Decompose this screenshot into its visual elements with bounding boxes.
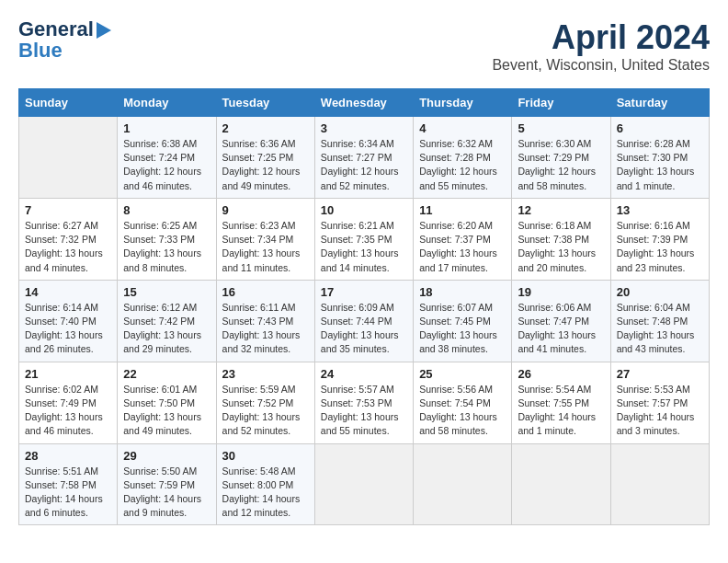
day-number: 26 (518, 367, 604, 381)
day-cell: 6Sunrise: 6:28 AMSunset: 7:30 PMDaylight… (610, 117, 709, 199)
day-info: Sunrise: 5:54 AMSunset: 7:55 PMDaylight:… (518, 383, 604, 439)
day-header-monday: Monday (118, 89, 216, 117)
day-number: 22 (123, 367, 210, 381)
day-cell: 26Sunrise: 5:54 AMSunset: 7:55 PMDayligh… (512, 362, 610, 443)
week-row-2: 7Sunrise: 6:27 AMSunset: 7:32 PMDaylight… (19, 198, 710, 280)
day-number: 6 (617, 121, 703, 135)
day-info: Sunrise: 6:07 AMSunset: 7:45 PMDaylight:… (419, 301, 506, 357)
day-number: 8 (123, 203, 210, 217)
day-cell (414, 443, 512, 525)
day-info: Sunrise: 6:36 AMSunset: 7:25 PMDaylight:… (222, 137, 309, 193)
day-number: 24 (321, 367, 407, 381)
day-number: 17 (321, 285, 407, 299)
day-number: 15 (123, 285, 210, 299)
logo-text: General (18, 18, 111, 40)
day-cell: 5Sunrise: 6:30 AMSunset: 7:29 PMDaylight… (512, 117, 610, 199)
day-cell: 18Sunrise: 6:07 AMSunset: 7:45 PMDayligh… (414, 280, 512, 362)
day-number: 11 (419, 203, 506, 217)
day-cell: 13Sunrise: 6:16 AMSunset: 7:39 PMDayligh… (610, 198, 709, 280)
day-info: Sunrise: 6:34 AMSunset: 7:27 PMDaylight:… (321, 137, 407, 193)
day-cell: 30Sunrise: 5:48 AMSunset: 8:00 PMDayligh… (216, 443, 314, 525)
day-cell: 7Sunrise: 6:27 AMSunset: 7:32 PMDaylight… (19, 198, 118, 280)
day-header-friday: Friday (512, 89, 610, 117)
day-cell: 23Sunrise: 5:59 AMSunset: 7:52 PMDayligh… (216, 362, 314, 443)
day-info: Sunrise: 6:16 AMSunset: 7:39 PMDaylight:… (617, 219, 703, 275)
day-info: Sunrise: 6:25 AMSunset: 7:33 PMDaylight:… (123, 219, 210, 275)
day-header-thursday: Thursday (414, 89, 512, 117)
day-cell: 1Sunrise: 6:38 AMSunset: 7:24 PMDaylight… (118, 117, 216, 199)
day-info: Sunrise: 5:48 AMSunset: 8:00 PMDaylight:… (222, 465, 309, 521)
day-cell: 4Sunrise: 6:32 AMSunset: 7:28 PMDaylight… (414, 117, 512, 199)
day-info: Sunrise: 6:01 AMSunset: 7:50 PMDaylight:… (123, 383, 210, 439)
day-info: Sunrise: 6:11 AMSunset: 7:43 PMDaylight:… (222, 301, 309, 357)
day-info: Sunrise: 6:32 AMSunset: 7:28 PMDaylight:… (419, 137, 506, 193)
week-row-4: 21Sunrise: 6:02 AMSunset: 7:49 PMDayligh… (19, 362, 710, 443)
day-info: Sunrise: 6:38 AMSunset: 7:24 PMDaylight:… (123, 137, 210, 193)
header-row: SundayMondayTuesdayWednesdayThursdayFrid… (19, 89, 710, 117)
day-cell: 25Sunrise: 5:56 AMSunset: 7:54 PMDayligh… (414, 362, 512, 443)
day-number: 2 (222, 121, 309, 135)
day-header-tuesday: Tuesday (216, 89, 314, 117)
logo-blue: Blue (18, 39, 111, 63)
day-header-wednesday: Wednesday (314, 89, 413, 117)
day-cell: 12Sunrise: 6:18 AMSunset: 7:38 PMDayligh… (512, 198, 610, 280)
day-info: Sunrise: 6:02 AMSunset: 7:49 PMDaylight:… (25, 383, 111, 439)
day-number: 10 (321, 203, 407, 217)
day-cell: 3Sunrise: 6:34 AMSunset: 7:27 PMDaylight… (314, 117, 413, 199)
day-cell: 20Sunrise: 6:04 AMSunset: 7:48 PMDayligh… (610, 280, 709, 362)
page-title: April 2024 (492, 18, 710, 57)
page-subtitle: Bevent, Wisconsin, United States (492, 57, 710, 74)
day-info: Sunrise: 6:18 AMSunset: 7:38 PMDaylight:… (518, 219, 604, 275)
day-info: Sunrise: 6:27 AMSunset: 7:32 PMDaylight:… (25, 219, 111, 275)
day-cell: 2Sunrise: 6:36 AMSunset: 7:25 PMDaylight… (216, 117, 314, 199)
day-info: Sunrise: 6:20 AMSunset: 7:37 PMDaylight:… (419, 219, 506, 275)
day-number: 14 (25, 285, 111, 299)
day-number: 21 (25, 367, 111, 381)
day-number: 16 (222, 285, 309, 299)
day-info: Sunrise: 5:59 AMSunset: 7:52 PMDaylight:… (222, 383, 309, 439)
day-number: 3 (321, 121, 407, 135)
day-header-sunday: Sunday (19, 89, 118, 117)
day-info: Sunrise: 5:53 AMSunset: 7:57 PMDaylight:… (617, 383, 703, 439)
day-cell: 16Sunrise: 6:11 AMSunset: 7:43 PMDayligh… (216, 280, 314, 362)
day-cell: 15Sunrise: 6:12 AMSunset: 7:42 PMDayligh… (118, 280, 216, 362)
day-cell: 17Sunrise: 6:09 AMSunset: 7:44 PMDayligh… (314, 280, 413, 362)
day-number: 13 (617, 203, 703, 217)
day-number: 28 (25, 449, 111, 463)
day-number: 29 (123, 449, 210, 463)
day-cell: 27Sunrise: 5:53 AMSunset: 7:57 PMDayligh… (610, 362, 709, 443)
day-header-saturday: Saturday (610, 89, 709, 117)
day-cell: 11Sunrise: 6:20 AMSunset: 7:37 PMDayligh… (414, 198, 512, 280)
day-info: Sunrise: 6:09 AMSunset: 7:44 PMDaylight:… (321, 301, 407, 357)
day-info: Sunrise: 6:14 AMSunset: 7:40 PMDaylight:… (25, 301, 111, 357)
day-cell: 14Sunrise: 6:14 AMSunset: 7:40 PMDayligh… (19, 280, 118, 362)
day-number: 12 (518, 203, 604, 217)
day-info: Sunrise: 6:21 AMSunset: 7:35 PMDaylight:… (321, 219, 407, 275)
day-info: Sunrise: 6:04 AMSunset: 7:48 PMDaylight:… (617, 301, 703, 357)
day-number: 27 (617, 367, 703, 381)
day-info: Sunrise: 6:28 AMSunset: 7:30 PMDaylight:… (617, 137, 703, 193)
day-cell (19, 117, 118, 199)
week-row-5: 28Sunrise: 5:51 AMSunset: 7:58 PMDayligh… (19, 443, 710, 525)
day-number: 23 (222, 367, 309, 381)
day-number: 1 (123, 121, 210, 135)
day-info: Sunrise: 5:50 AMSunset: 7:59 PMDaylight:… (123, 465, 210, 521)
day-cell (314, 443, 413, 525)
day-info: Sunrise: 6:06 AMSunset: 7:47 PMDaylight:… (518, 301, 604, 357)
day-info: Sunrise: 6:12 AMSunset: 7:42 PMDaylight:… (123, 301, 210, 357)
day-cell: 24Sunrise: 5:57 AMSunset: 7:53 PMDayligh… (314, 362, 413, 443)
day-number: 4 (419, 121, 506, 135)
day-info: Sunrise: 5:56 AMSunset: 7:54 PMDaylight:… (419, 383, 506, 439)
day-number: 7 (25, 203, 111, 217)
day-cell (512, 443, 610, 525)
day-cell: 8Sunrise: 6:25 AMSunset: 7:33 PMDaylight… (118, 198, 216, 280)
day-number: 9 (222, 203, 309, 217)
day-number: 20 (617, 285, 703, 299)
week-row-3: 14Sunrise: 6:14 AMSunset: 7:40 PMDayligh… (19, 280, 710, 362)
day-cell: 22Sunrise: 6:01 AMSunset: 7:50 PMDayligh… (118, 362, 216, 443)
day-number: 5 (518, 121, 604, 135)
day-info: Sunrise: 5:51 AMSunset: 7:58 PMDaylight:… (25, 465, 111, 521)
day-number: 18 (419, 285, 506, 299)
day-cell: 28Sunrise: 5:51 AMSunset: 7:58 PMDayligh… (19, 443, 118, 525)
calendar-table: SundayMondayTuesdayWednesdayThursdayFrid… (18, 88, 710, 525)
